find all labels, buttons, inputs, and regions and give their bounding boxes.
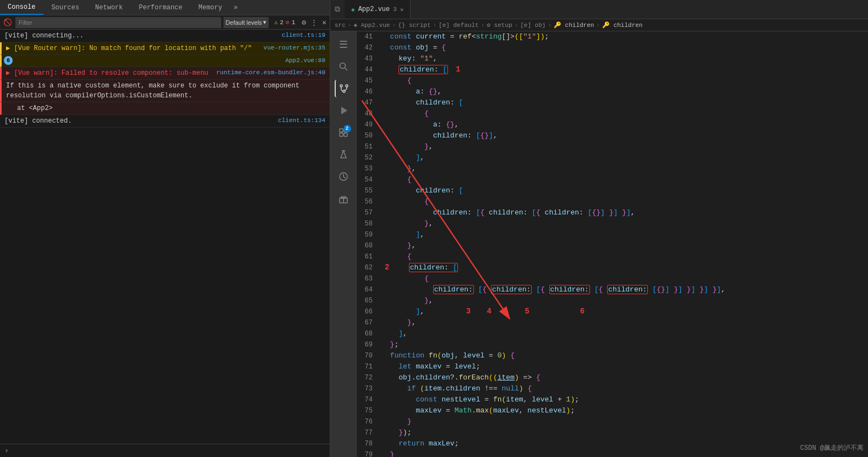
breadcrumb-src[interactable]: src (335, 22, 346, 29)
code-line-74: 74 const nestLevel = fn(item, level + 1)… (357, 394, 868, 405)
console-entry: [vite] connecting... client.ts:19 (0, 30, 330, 42)
console-prompt[interactable]: › (0, 444, 330, 457)
devtools-tab-bar: Console Sources Network Performance Memo… (0, 0, 330, 15)
filter-input[interactable] (15, 17, 221, 28)
activity-gift-icon[interactable] (335, 190, 352, 207)
console-entry-error3: at <App2> (0, 102, 330, 115)
counter-badge: 6 (4, 56, 13, 65)
breadcrumb-children2[interactable]: 🔑 children (602, 21, 642, 29)
tab-sources[interactable]: Sources (43, 0, 87, 15)
svg-rect-6 (340, 129, 343, 132)
code-line-46: 46 a: {}, (357, 86, 868, 97)
code-line-51: 51 }, (357, 141, 868, 152)
console-content: [vite] connecting... client.ts:19 ▶ [Vue… (0, 30, 330, 444)
code-line-59: 59 ], (357, 229, 868, 240)
default-levels-button[interactable]: Default levels ▾ (223, 17, 269, 28)
code-line-70: 70 function fn(obj, level = 0) { (357, 350, 868, 361)
code-line-64: 64 children: [{ children: [{ children: [… (357, 284, 868, 295)
code-editor[interactable]: 41 const current = ref<string[]>(["1"]);… (357, 31, 868, 457)
tab-memory[interactable]: Memory (190, 0, 230, 15)
code-line-54: 54 { (357, 174, 868, 185)
warning-icon: ⚠ (274, 19, 278, 26)
svg-point-3 (346, 85, 348, 87)
code-line-61: 61 { (357, 251, 868, 262)
code-line-58: 58 }, (357, 218, 868, 229)
activity-extensions-icon[interactable]: 2 (335, 124, 352, 141)
code-line-67: 67 }, (357, 317, 868, 328)
code-line-55: 55 children: [ (357, 185, 868, 196)
clear-console-icon[interactable]: 🚫 (2, 17, 13, 28)
code-line-50: 50 children: [{}], (357, 130, 868, 141)
code-line-79: 79 } (357, 449, 868, 457)
code-line-44: 44 children: [ 1 (357, 64, 868, 75)
code-line-62: 62 2 children: [ (357, 262, 868, 273)
code-line-57: 57 children: [{ children: [{ children: [… (357, 207, 868, 218)
editor-tab-bar: ⧉ ◈ App2.vue 3 ✕ (330, 0, 868, 19)
vue-file-icon: ◈ (351, 6, 355, 13)
svg-point-2 (340, 85, 342, 87)
split-editor-icon[interactable]: ⧉ (335, 5, 340, 14)
code-line-43: 43 key: "1", (357, 53, 868, 64)
devtools-toolbar: 🚫 Default levels ▾ ⚠ 2 ⊘ 1 ⚙ ⋮ ✕ (0, 15, 330, 30)
code-line-48: 48 { (357, 108, 868, 119)
activity-test-icon[interactable] (335, 146, 352, 163)
code-container: 41 const current = ref<string[]>(["1"]);… (357, 31, 868, 457)
tab-number: 3 (393, 6, 397, 13)
entry-link-router[interactable]: vue-router.mjs:35 (264, 43, 325, 53)
code-line-73: 73 if (item.children !== null) { (357, 383, 868, 394)
console-entry-counter: 6 App2.vue:80 (0, 55, 330, 67)
activity-debug-icon[interactable] (335, 102, 352, 119)
activity-search-icon[interactable] (335, 58, 352, 75)
activity-git-icon[interactable] (335, 80, 352, 97)
entry-link-client[interactable]: client.ts:134 (278, 116, 325, 125)
activity-explorer-icon[interactable]: ☰ (335, 36, 352, 53)
console-entry-connected: [vite] connected. client.ts:134 (0, 115, 330, 128)
close-icon[interactable]: ✕ (321, 17, 327, 28)
code-line-42: 42 const obj = { (357, 42, 868, 53)
code-line-47: 47 children: [ (357, 97, 868, 108)
code-line-45: 45 { (357, 75, 868, 86)
code-line-71: 71 let maxLev = level; (357, 361, 868, 372)
entry-link[interactable]: client.ts:19 (282, 31, 325, 40)
breadcrumb-script[interactable]: {} script (398, 22, 430, 29)
code-line-53: 53 }, (357, 163, 868, 174)
issue-badge: ⚠ 2 ⊘ 1 (271, 19, 298, 26)
svg-line-1 (345, 68, 347, 71)
extensions-badge: 2 (343, 125, 351, 133)
settings-icon[interactable]: ⚙ (301, 17, 307, 28)
breadcrumb-children1[interactable]: 🔑 children (554, 21, 594, 29)
code-line-76: 76 } (357, 416, 868, 427)
editor-tab-app2[interactable]: ◈ App2.vue 3 ✕ (345, 0, 411, 19)
code-line-66: 66 ], 3 4 5 6 (357, 306, 868, 317)
code-line-60: 60 }, (357, 240, 868, 251)
breadcrumb-file[interactable]: ◈ App2.vue (353, 21, 390, 29)
code-line-41: 41 const current = ref<string[]>(["1"]); (357, 31, 868, 42)
breadcrumb-default[interactable]: [e] default (439, 22, 479, 29)
console-entry-error2: If this is a native custom element, make… (0, 80, 330, 102)
code-line-63: 63 { (357, 273, 868, 284)
more-tabs-button[interactable]: » (231, 4, 241, 12)
editor-wrapper: 41 const current = ref<string[]>(["1"]);… (357, 31, 868, 457)
tab-console[interactable]: Console (0, 0, 43, 15)
tab-network[interactable]: Network (88, 0, 131, 15)
breadcrumb-obj[interactable]: [e] obj (520, 22, 545, 29)
svg-rect-8 (340, 133, 343, 136)
activity-timeline-icon[interactable] (335, 168, 352, 185)
tab-close-button[interactable]: ✕ (400, 6, 404, 13)
prompt-arrow-icon: › (4, 447, 9, 455)
code-line-68: 68 ], (357, 328, 868, 339)
code-line-52: 52 ], (357, 152, 868, 163)
svg-marker-5 (341, 107, 347, 114)
console-entry-warn: ▶ [Vue Router warn]: No match found for … (0, 42, 330, 55)
activity-bar: ☰ (330, 31, 357, 457)
code-line-77: 77 }); (357, 427, 868, 438)
entry-link-runtime[interactable]: runtime-core.esm-bundler.js:40 (216, 68, 325, 78)
breadcrumb: src › ◈ App2.vue › {} script › [e] defau… (330, 19, 868, 31)
error-icon: ⊘ (286, 19, 290, 26)
code-line-75: 75 maxLev = Math.max(maxLev, nestLevel); (357, 405, 868, 416)
breadcrumb-setup[interactable]: ⚙ setup (487, 21, 512, 29)
code-line-56: 56 { (357, 196, 868, 207)
more-options-icon[interactable]: ⋮ (309, 17, 319, 28)
tab-performance[interactable]: Performance (131, 0, 190, 15)
code-line-78: 78 return maxLev; (357, 438, 868, 449)
